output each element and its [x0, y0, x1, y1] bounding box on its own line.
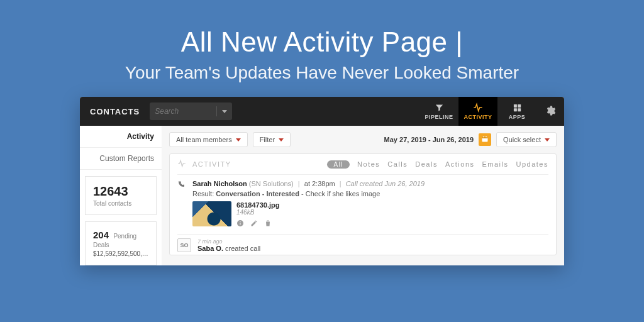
result-label: Result: — [192, 190, 214, 197]
filter-dropdown[interactable]: Filter — [253, 132, 291, 147]
stat-value: 204 — [93, 230, 109, 240]
svg-rect-5 — [482, 136, 488, 138]
entry-author[interactable]: Saba O. — [197, 245, 223, 252]
attachment-thumbnail[interactable] — [192, 201, 231, 226]
toolbar: All team members Filter May 27, 2019 - J… — [169, 132, 557, 147]
attachment-filesize: 146kB — [236, 209, 280, 216]
settings-button[interactable] — [536, 105, 564, 118]
edit-icon[interactable] — [250, 219, 258, 229]
hero-title: All New Activity Page | — [0, 26, 644, 58]
svg-rect-3 — [518, 108, 521, 111]
entry-time: 7 min ago — [197, 238, 260, 245]
top-bar: CONTACTS PIPELINE ACTIVITY — [80, 97, 564, 126]
filter-chip-updates[interactable]: Updates — [516, 160, 548, 168]
chevron-down-icon — [279, 138, 284, 142]
chevron-down-icon — [236, 138, 241, 142]
stat-value: 12643 — [93, 184, 148, 199]
svg-rect-1 — [518, 104, 521, 107]
search-divider — [216, 106, 217, 116]
panel-title: ACTIVITY — [192, 160, 231, 168]
search-box[interactable] — [150, 103, 232, 120]
nav-tab-pipeline[interactable]: PIPELINE — [419, 97, 458, 126]
entry-time: at 2:38pm — [304, 180, 335, 187]
activity-panel: ACTIVITY All Notes Calls Deals Actions E… — [169, 153, 557, 255]
nav-label: PIPELINE — [425, 114, 453, 120]
svg-rect-9 — [240, 223, 241, 225]
info-icon[interactable] — [236, 219, 244, 229]
search-input[interactable] — [155, 107, 211, 116]
calendar-button[interactable] — [479, 133, 491, 146]
brand: CONTACTS — [80, 107, 150, 116]
avatar: SO — [177, 238, 191, 252]
sidebar-item-activity[interactable]: Activity — [80, 126, 162, 148]
stat-pending-deals: 204 Pending Deals $12,592,592,500,2... — [85, 221, 157, 265]
calendar-icon — [481, 135, 489, 145]
filter-chip-emails[interactable]: Emails — [482, 160, 509, 168]
chevron-down-icon — [545, 138, 550, 142]
nav-label: APPS — [509, 114, 526, 120]
stat-total-contacts: 12643 Total contacts — [85, 176, 157, 215]
dropdown-label: All team members — [176, 136, 232, 143]
svg-rect-0 — [513, 104, 516, 107]
svg-rect-7 — [486, 136, 487, 138]
sidebar: Activity Custom Reports 12643 Total cont… — [80, 126, 162, 265]
app-window: CONTACTS PIPELINE ACTIVITY — [80, 97, 564, 265]
entry-contact-org: (SN Solutions) — [249, 180, 294, 187]
filter-chip-calls[interactable]: Calls — [387, 160, 408, 168]
pulse-icon — [177, 159, 186, 169]
stat-amount: $12,592,592,500,2... — [93, 250, 148, 257]
funnel-icon — [435, 103, 444, 113]
pulse-icon — [473, 103, 483, 113]
entry-action: created call — [225, 245, 260, 252]
filter-chip-all[interactable]: All — [327, 160, 350, 169]
apps-icon — [513, 103, 522, 113]
dropdown-label: Quick select — [503, 136, 541, 143]
sidebar-item-custom-reports[interactable]: Custom Reports — [80, 148, 162, 170]
activity-entry: SO 7 min ago Saba O. created call — [177, 234, 548, 252]
nav-tab-apps[interactable]: APPS — [497, 97, 536, 126]
members-dropdown[interactable]: All team members — [169, 132, 248, 147]
quick-select-dropdown[interactable]: Quick select — [496, 132, 557, 147]
search-dropdown-caret-icon[interactable] — [222, 110, 227, 113]
gear-icon — [545, 105, 556, 118]
svg-rect-6 — [484, 136, 484, 138]
stat-label: Total contacts — [93, 200, 148, 207]
svg-rect-2 — [513, 108, 516, 111]
date-range: May 27, 2019 - Jun 26, 2019 — [384, 136, 474, 143]
result-note: - Check if she likes image — [301, 190, 380, 197]
filter-chip-actions[interactable]: Actions — [445, 160, 475, 168]
attachment-filename[interactable]: 68184730.jpg — [236, 201, 280, 209]
dropdown-label: Filter — [260, 136, 275, 143]
main-pane: All team members Filter May 27, 2019 - J… — [162, 126, 564, 265]
filter-chip-notes[interactable]: Notes — [357, 160, 380, 168]
phone-icon — [177, 181, 185, 190]
hero-subtitle: Your Team's Updates Have Never Looked Sm… — [0, 63, 644, 83]
nav-tab-activity[interactable]: ACTIVITY — [458, 97, 497, 126]
filter-chip-deals[interactable]: Deals — [415, 160, 438, 168]
svg-rect-10 — [240, 221, 241, 222]
nav-label: ACTIVITY — [464, 114, 492, 120]
activity-entry: Sarah Nicholson (SN Solutions) | at 2:38… — [177, 174, 548, 229]
entry-contact-name[interactable]: Sarah Nicholson — [192, 180, 247, 187]
entry-meta: Call created Jun 26, 2019 — [346, 180, 425, 187]
result-value: Conversation - Interested — [216, 190, 299, 197]
trash-icon[interactable] — [264, 219, 272, 229]
